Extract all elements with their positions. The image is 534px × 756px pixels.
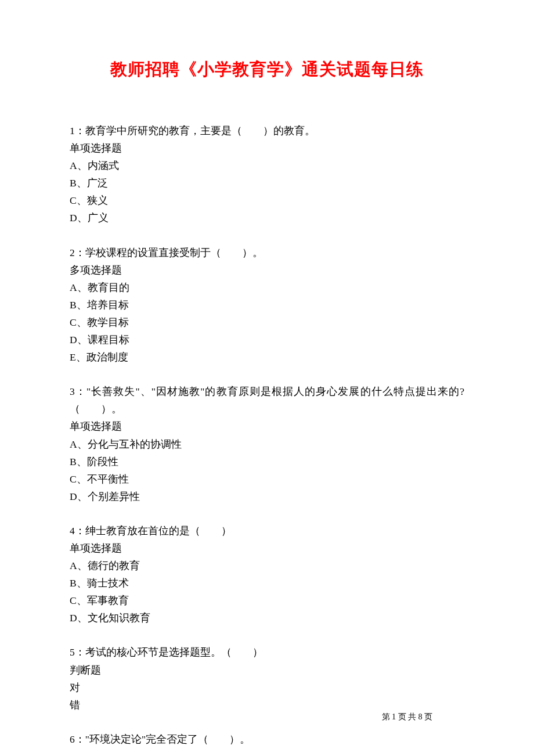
question-text: 3："长善救失"、"因材施教"的教育原则是根据人的身心发展的什么特点提出来的?（… xyxy=(70,383,464,417)
question-1: 1：教育学中所研究的教育，主要是（ ）的教育。 单项选择题 A、内涵式 B、广泛… xyxy=(70,122,464,227)
document-page: 教师招聘《小学教育学》通关试题每日练 1：教育学中所研究的教育，主要是（ ）的教… xyxy=(0,0,534,756)
question-4: 4：绅士教育放在首位的是（ ） 单项选择题 A、德行的教育 B、骑士技术 C、军… xyxy=(70,522,464,627)
question-text: 6："环境决定论"完全否定了（ ）。 xyxy=(70,730,464,748)
page-footer: 第 1 页 共 8 页 xyxy=(382,712,433,722)
question-2: 2：学校课程的设置直接受制于（ ）。 多项选择题 A、教育目的 B、培养目标 C… xyxy=(70,244,464,366)
question-type: 判断题 xyxy=(70,661,464,679)
page-title: 教师招聘《小学教育学》通关试题每日练 xyxy=(70,58,464,81)
option-c: C、教学目标 xyxy=(70,314,464,331)
question-text: 5：考试的核心环节是选择题型。（ ） xyxy=(70,643,464,661)
option-c: C、不平衡性 xyxy=(70,470,464,488)
question-text: 1：教育学中所研究的教育，主要是（ ）的教育。 xyxy=(70,122,464,139)
question-text: 4：绅士教育放在首位的是（ ） xyxy=(70,522,464,539)
option-a: A、德行的教育 xyxy=(70,557,464,574)
option-d: D、课程目标 xyxy=(70,331,464,348)
question-3: 3："长善救失"、"因材施教"的教育原则是根据人的身心发展的什么特点提出来的?（… xyxy=(70,383,464,505)
question-type: 多项选择题 xyxy=(70,261,464,279)
question-text: 2：学校课程的设置直接受制于（ ）。 xyxy=(70,244,464,261)
option-true: 对 xyxy=(70,679,464,696)
option-e: E、政治制度 xyxy=(70,348,464,366)
question-type: 单项选择题 xyxy=(70,539,464,557)
option-d: D、广义 xyxy=(70,209,464,226)
option-b: B、培养目标 xyxy=(70,296,464,314)
question-6: 6："环境决定论"完全否定了（ ）。 xyxy=(70,730,464,748)
content-body: 1：教育学中所研究的教育，主要是（ ）的教育。 单项选择题 A、内涵式 B、广泛… xyxy=(70,122,464,748)
option-d: D、文化知识教育 xyxy=(70,609,464,627)
option-c: C、狭义 xyxy=(70,192,464,209)
option-b: B、阶段性 xyxy=(70,453,464,470)
option-a: A、内涵式 xyxy=(70,157,464,174)
question-type: 单项选择题 xyxy=(70,139,464,157)
question-5: 5：考试的核心环节是选择题型。（ ） 判断题 对 错 xyxy=(70,643,464,713)
option-a: A、分化与互补的协调性 xyxy=(70,435,464,453)
option-a: A、教育目的 xyxy=(70,279,464,296)
option-b: B、广泛 xyxy=(70,174,464,192)
option-c: C、军事教育 xyxy=(70,592,464,609)
option-false: 错 xyxy=(70,696,464,714)
option-b: B、骑士技术 xyxy=(70,574,464,592)
option-d: D、个别差异性 xyxy=(70,488,464,505)
question-type: 单项选择题 xyxy=(70,417,464,435)
